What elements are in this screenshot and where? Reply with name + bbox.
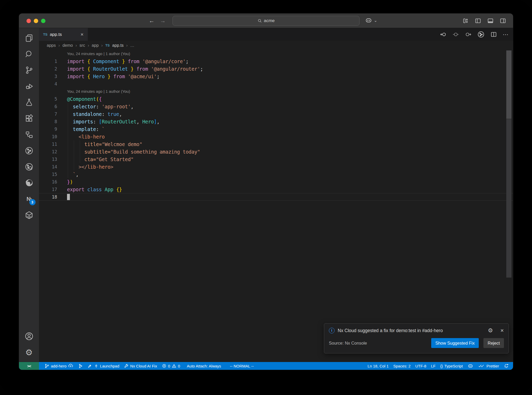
tab-app-ts[interactable]: TS app.ts ✕	[39, 28, 88, 41]
notifications-bell-item[interactable]	[501, 362, 513, 370]
toggle-panel-icon[interactable]	[487, 17, 494, 24]
vim-mode-item[interactable]: -- NORMAL --	[228, 362, 256, 370]
extensions-icon[interactable]	[24, 114, 34, 123]
code-line[interactable]: `,	[67, 172, 79, 177]
notification-source: Source: Nx Console	[329, 341, 367, 346]
history-forward-button[interactable]: →	[159, 17, 167, 24]
code-line[interactable]: title="Welcmoe demo"	[67, 141, 142, 147]
code-line[interactable]: <lib-hero	[67, 134, 105, 140]
code-line[interactable]: import { Component } from '@angular/core…	[67, 58, 189, 64]
code-line[interactable]: subtitle="Build something amazing today"	[67, 149, 200, 155]
search-icon	[257, 18, 262, 23]
breadcrumb-item[interactable]: app	[92, 43, 99, 48]
toggle-primary-sidebar-icon[interactable]	[475, 17, 481, 24]
code-line[interactable]: import { Hero } from '@acme/ui';	[67, 74, 159, 79]
breadcrumb-item[interactable]: apps	[47, 43, 56, 48]
source-control-icon[interactable]	[24, 65, 34, 75]
code-line[interactable]: template: `	[67, 126, 105, 132]
indentation-item[interactable]: Spaces: 2	[391, 362, 413, 370]
breadcrumb: apps › demo › src › app › TS app.ts › …	[39, 41, 513, 50]
customize-layout-icon[interactable]	[462, 17, 469, 24]
git-branch-item[interactable]: add-hero	[42, 362, 76, 370]
notification-settings-icon[interactable]: ⚙	[488, 328, 493, 333]
bell-dot-icon	[504, 363, 509, 368]
code-line[interactable]: selector: 'app-root',	[67, 104, 134, 109]
breadcrumb-separator: ›	[88, 43, 89, 48]
copilot-icon[interactable]	[365, 17, 372, 24]
nav-forward-icon[interactable]	[465, 31, 472, 38]
edge-browser-icon[interactable]	[24, 178, 34, 188]
breadcrumb-separator: ›	[126, 43, 128, 48]
code-line[interactable]: cta="Get Started"	[67, 156, 134, 162]
breadcrumb-file[interactable]: app.ts	[112, 43, 124, 48]
zoom-window-button[interactable]	[41, 19, 45, 23]
container-icon[interactable]	[24, 210, 34, 220]
cursor-position-item[interactable]: Ln 18, Col 1	[365, 362, 391, 370]
nx-project-graph-icon[interactable]	[24, 162, 34, 172]
code-line[interactable]: })	[67, 179, 73, 185]
code-line[interactable]: import { RouterOutlet } from '@angular/r…	[67, 66, 203, 72]
show-suggested-fix-button[interactable]: Show Suggested Fix	[431, 338, 479, 348]
nav-position-icon[interactable]	[452, 31, 459, 38]
code-rows: You, 24 minutes ago | 1 author (You)1imp…	[39, 50, 513, 201]
code-line[interactable]	[67, 194, 70, 200]
command-center-search[interactable]: acme	[172, 16, 360, 26]
breadcrumb-more[interactable]: …	[130, 43, 134, 48]
scrollbar-slider[interactable]	[506, 50, 511, 119]
tab-label: app.ts	[50, 32, 62, 37]
code-line[interactable]: standalone: true,	[67, 111, 122, 117]
code-line[interactable]: @Component({	[67, 96, 102, 102]
nx-console-icon[interactable]: N› 3	[24, 194, 34, 204]
scrollbar-track[interactable]	[506, 119, 511, 278]
code-line[interactable]: export class App {}	[67, 187, 122, 192]
codelens-annotation[interactable]: You, 24 minutes ago | 1 author (You)	[67, 89, 130, 94]
auto-attach-item[interactable]: Auto Attach: Always	[184, 362, 223, 370]
window-controls	[26, 19, 45, 23]
settings-gear-icon[interactable]: ⚙	[24, 348, 34, 357]
toggle-secondary-sidebar-icon[interactable]	[500, 17, 506, 24]
history-back-button[interactable]: ←	[148, 17, 156, 24]
hierarchy-icon[interactable]	[24, 130, 34, 139]
cursor-block	[67, 194, 70, 200]
breadcrumb-item[interactable]: demo	[62, 43, 73, 48]
code-editor[interactable]: You, 24 minutes ago | 1 author (You)1imp…	[39, 50, 513, 201]
split-editor-icon[interactable]	[490, 31, 497, 38]
line-number: 1	[39, 59, 57, 64]
problems-item[interactable]: 0 0	[159, 362, 183, 370]
nx-cloud-ai-fix-item[interactable]: Nx Cloud AI Fix	[122, 362, 159, 370]
minimize-window-button[interactable]	[34, 19, 38, 23]
typescript-file-icon: TS	[105, 43, 110, 47]
nx-run-target-icon[interactable]	[24, 146, 34, 155]
line-number: 14	[39, 164, 57, 169]
line-number: 11	[39, 142, 57, 147]
remote-indicator[interactable]: ><	[19, 362, 39, 370]
chevron-down-icon[interactable]: ⌄	[374, 18, 377, 23]
nx-run-icon[interactable]	[477, 31, 485, 38]
line-number: 10	[39, 134, 57, 139]
close-window-button[interactable]	[26, 19, 31, 23]
git-graph-item[interactable]	[76, 362, 85, 370]
account-icon[interactable]	[24, 332, 34, 341]
copilot-icon	[468, 363, 473, 369]
launchpad-item[interactable]: Launchpad	[85, 362, 122, 370]
testing-icon[interactable]	[24, 98, 34, 107]
code-line[interactable]: imports: [RouterOutlet, Hero],	[67, 119, 159, 124]
prettier-item[interactable]: Prettier	[476, 362, 501, 370]
nav-back-icon[interactable]	[440, 31, 447, 38]
explorer-icon[interactable]	[24, 33, 34, 43]
codelens-annotation[interactable]: You, 24 minutes ago | 1 author (You)	[67, 51, 130, 56]
line-number: 2	[39, 66, 57, 71]
search-sidebar-icon[interactable]	[24, 49, 34, 59]
notification-close-icon[interactable]: ✕	[500, 328, 504, 333]
eol-item[interactable]: LF	[429, 362, 438, 370]
copilot-status-item[interactable]	[465, 362, 476, 370]
more-actions-icon[interactable]: ⋯	[503, 31, 509, 38]
breadcrumb-item[interactable]: src	[79, 43, 85, 48]
encoding-item[interactable]: UTF-8	[413, 362, 429, 370]
language-mode-item[interactable]: {} TypeScript	[438, 362, 465, 370]
reject-button[interactable]: Reject	[483, 338, 504, 348]
tab-close-icon[interactable]: ✕	[80, 32, 84, 37]
activity-bar: N› 3 ⚙	[19, 28, 39, 362]
run-debug-icon[interactable]	[24, 82, 34, 91]
typescript-file-icon: TS	[43, 32, 48, 36]
